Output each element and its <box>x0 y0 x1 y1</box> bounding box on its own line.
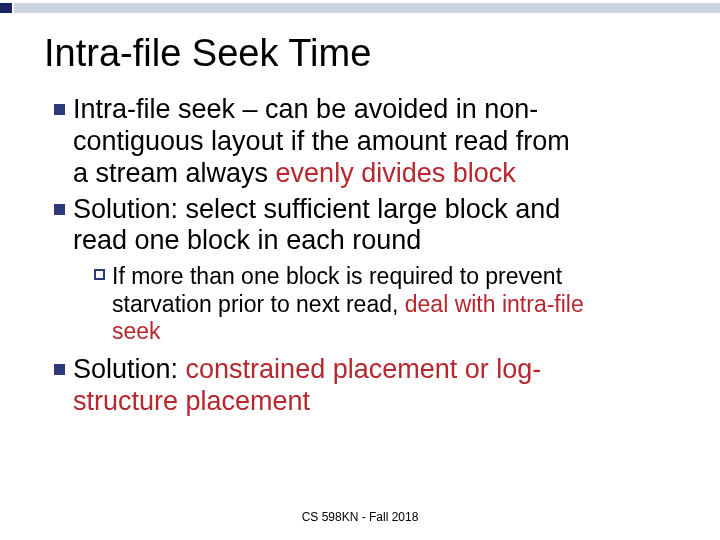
sub-1-line2-red: deal with intra-file <box>405 291 584 317</box>
slide-title: Intra-file Seek Time <box>44 32 371 75</box>
bullet-2: Solution: select sufficient large block … <box>54 194 680 258</box>
sub-bullet-1: If more than one block is required to pr… <box>94 263 680 346</box>
square-bullet-icon <box>54 104 65 115</box>
bullet-3-line1a: Solution: <box>73 354 186 384</box>
bullet-3-line2-red: structure placement <box>73 386 310 416</box>
bullet-2-text: Solution: select sufficient large block … <box>73 194 560 258</box>
bullet-1-line3a: a stream always <box>73 158 276 188</box>
bullet-1-line3-red: evenly divides block <box>276 158 516 188</box>
bullet-2-line2: read one block in each round <box>73 225 421 255</box>
hollow-square-bullet-icon <box>94 269 105 280</box>
bullet-1: Intra-file seek – can be avoided in non-… <box>54 94 680 190</box>
square-bullet-icon <box>54 364 65 375</box>
bullet-2-line1: Solution: select sufficient large block … <box>73 194 560 224</box>
slide-body: Intra-file seek – can be avoided in non-… <box>54 94 680 422</box>
slide: Intra-file Seek Time Intra-file seek – c… <box>0 0 720 540</box>
square-bullet-icon <box>54 204 65 215</box>
accent-square <box>0 3 12 13</box>
sub-1-line3-red: seek <box>112 318 161 344</box>
sub-1-line2a: starvation prior to next read, <box>112 291 405 317</box>
bullet-3-line1-red: constrained placement or log- <box>186 354 542 384</box>
bullet-1-text: Intra-file seek – can be avoided in non-… <box>73 94 570 190</box>
sub-bullet-1-text: If more than one block is required to pr… <box>112 263 584 346</box>
sub-1-line1: If more than one block is required to pr… <box>112 263 562 289</box>
bullet-1-line1: Intra-file seek – can be avoided in non- <box>73 94 538 124</box>
top-accent-bar <box>0 0 720 14</box>
bullet-3-text: Solution: constrained placement or log- … <box>73 354 541 418</box>
accent-strip <box>14 3 720 13</box>
slide-footer: CS 598KN - Fall 2018 <box>0 510 720 524</box>
bullet-3: Solution: constrained placement or log- … <box>54 354 680 418</box>
bullet-1-line2: contiguous layout if the amount read fro… <box>73 126 570 156</box>
